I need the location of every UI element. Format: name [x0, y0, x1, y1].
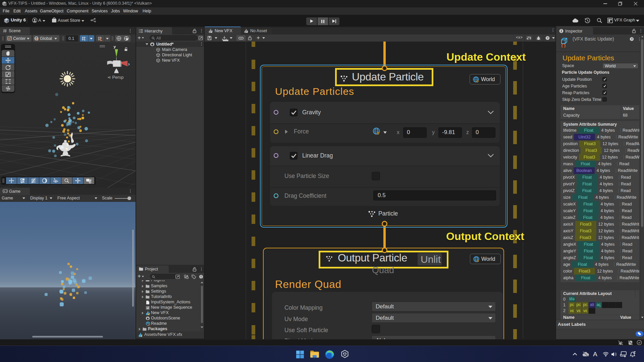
svg-text:?: ? — [631, 38, 633, 41]
svg-text:?: ? — [547, 37, 548, 40]
svg-text:y: y — [114, 45, 116, 49]
svg-text:{}: {} — [561, 43, 566, 48]
svg-text:Y: Y — [84, 39, 86, 41]
svg-text:x: x — [128, 62, 129, 66]
svg-text:{}: {} — [148, 324, 150, 326]
